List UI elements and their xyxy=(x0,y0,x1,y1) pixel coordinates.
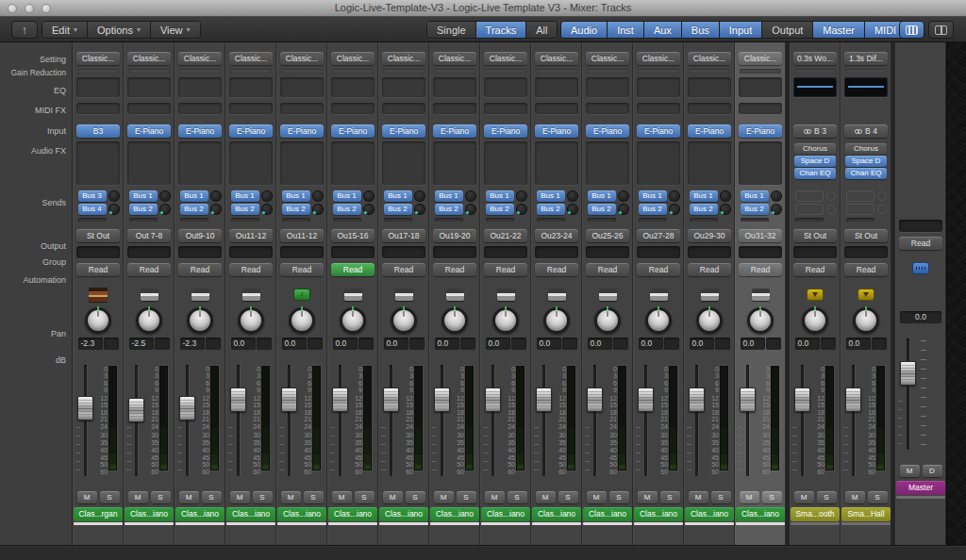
midi-fx-slot[interactable] xyxy=(739,103,782,114)
input-button[interactable]: E-Piano xyxy=(280,124,324,138)
audio-fx-space-d-button[interactable]: Space D xyxy=(794,156,836,167)
fader-handle[interactable] xyxy=(740,387,756,412)
mute-button[interactable]: M xyxy=(128,491,148,503)
eq-display[interactable] xyxy=(844,77,888,97)
filter-bus-button[interactable]: Bus xyxy=(682,22,720,38)
automation-mode-button[interactable]: Read xyxy=(280,263,324,276)
send-level-knob[interactable] xyxy=(466,191,475,201)
solo-button[interactable]: S xyxy=(508,491,527,503)
setting-button[interactable]: Classic... xyxy=(76,52,120,65)
eq-display[interactable] xyxy=(127,77,171,97)
input-button[interactable]: E-Piano xyxy=(586,124,629,138)
group-slot[interactable] xyxy=(76,246,120,258)
setting-button[interactable]: Classic... xyxy=(484,52,527,65)
setting-button[interactable]: Classic... xyxy=(688,52,731,65)
setting-button[interactable]: Classic... xyxy=(637,52,680,65)
midi-fx-slot[interactable] xyxy=(535,103,578,114)
setting-button[interactable]: 1.3s Dif... xyxy=(844,52,888,65)
pan-knob[interactable] xyxy=(340,307,366,334)
track-name-button[interactable]: Sma...ooth xyxy=(791,507,840,521)
audio-fx-space-d-button[interactable]: Space D xyxy=(845,156,887,167)
setting-button[interactable]: Classic... xyxy=(127,52,171,65)
fader-handle[interactable] xyxy=(638,387,654,412)
eq-display[interactable] xyxy=(229,77,273,97)
fader-handle[interactable] xyxy=(230,387,246,412)
track-name-button[interactable]: Sma...Hall xyxy=(841,507,891,521)
group-slot[interactable] xyxy=(178,246,222,258)
track-name-button[interactable]: Clas...iano xyxy=(277,507,326,521)
midi-fx-slot[interactable] xyxy=(331,103,375,114)
volume-db-value[interactable]: 0.0 xyxy=(537,338,561,350)
input-button[interactable]: E-Piano xyxy=(178,124,222,138)
send-bus-button[interactable]: Bus 2 xyxy=(639,204,667,215)
track-name-button[interactable]: Clas...rgan xyxy=(74,507,123,521)
output-button[interactable]: Ou31-32 xyxy=(739,229,782,242)
view-mode-tracks[interactable]: Tracks xyxy=(476,22,527,38)
setting-button[interactable]: Classic... xyxy=(229,52,273,65)
group-slot[interactable] xyxy=(739,246,782,258)
automation-mode-button[interactable]: Read xyxy=(688,263,731,276)
volume-db-value[interactable]: 0.0 xyxy=(231,338,256,350)
peak-db-display[interactable] xyxy=(409,338,425,350)
mute-button[interactable]: M xyxy=(230,491,250,503)
send-slot-stub[interactable] xyxy=(588,218,616,222)
audio-fx-area[interactable] xyxy=(76,141,120,185)
automation-mode-button[interactable]: Read xyxy=(586,263,629,276)
send-slot-stub[interactable] xyxy=(384,218,412,222)
solo-button[interactable]: S xyxy=(355,491,375,503)
volume-db-value[interactable]: -2.3 xyxy=(180,338,205,350)
setting-button[interactable]: Classic... xyxy=(739,52,782,65)
volume-db-value[interactable]: 0.0 xyxy=(486,338,510,350)
edit-menu[interactable]: Edit▾ xyxy=(42,22,88,38)
volume-db-value[interactable]: 0.0 xyxy=(741,338,765,350)
audio-fx-area[interactable] xyxy=(688,141,731,185)
track-name-button[interactable]: Clas...iano xyxy=(430,507,479,521)
setting-button[interactable]: Classic... xyxy=(433,52,476,65)
send-bus-button[interactable]: Bus 2 xyxy=(384,204,412,215)
pan-knob[interactable] xyxy=(85,307,111,334)
input-button[interactable]: E-Piano xyxy=(433,124,476,138)
mute-button[interactable]: M xyxy=(281,491,301,503)
solo-button[interactable]: S xyxy=(202,491,222,503)
track-name-button[interactable]: Clas...iano xyxy=(379,507,428,521)
automation-mode-button[interactable]: Read xyxy=(127,263,171,276)
automation-mode-button[interactable]: Read xyxy=(331,263,375,276)
send-slot-stub[interactable] xyxy=(639,218,667,222)
automation-mode-button[interactable]: Read xyxy=(178,263,222,276)
send-bus-button[interactable]: Bus 1 xyxy=(588,190,616,202)
empty-send-slot[interactable] xyxy=(846,204,874,215)
send-slot-stub[interactable] xyxy=(537,218,565,222)
fader-handle[interactable] xyxy=(536,387,552,412)
audio-fx-area[interactable]: ChorusSpace DChan EQ xyxy=(844,141,888,185)
group-slot[interactable] xyxy=(229,246,273,258)
send-level-knob[interactable] xyxy=(364,191,374,201)
send-level-knob[interactable] xyxy=(517,191,526,201)
mute-button[interactable]: M xyxy=(536,491,556,503)
pan-knob[interactable] xyxy=(238,307,264,334)
eq-display[interactable] xyxy=(739,77,782,97)
peak-db-display[interactable] xyxy=(308,338,323,350)
send-level-knob[interactable] xyxy=(262,191,272,201)
midi-fx-slot[interactable] xyxy=(433,103,476,114)
setting-button[interactable]: Classic... xyxy=(178,52,222,65)
midi-fx-slot[interactable] xyxy=(688,103,731,114)
send-level-knob[interactable] xyxy=(211,205,221,214)
send-slot-stub[interactable] xyxy=(231,218,259,222)
audio-fx-area[interactable] xyxy=(229,141,273,185)
send-bus-button[interactable]: Bus 1 xyxy=(180,190,208,202)
group-slot[interactable] xyxy=(484,246,527,258)
empty-send-slot[interactable] xyxy=(795,204,824,215)
send-level-knob[interactable] xyxy=(262,205,272,214)
send-bus-button[interactable]: Bus 2 xyxy=(231,204,259,215)
volume-db-value[interactable]: 0.0 xyxy=(282,338,307,350)
group-slot[interactable] xyxy=(844,246,888,258)
mute-button[interactable]: M xyxy=(740,491,759,503)
audio-fx-chan-eq-button[interactable]: Chan EQ xyxy=(794,168,836,179)
send-bus-button[interactable]: Bus 1 xyxy=(537,190,565,202)
send-bus-button[interactable]: Bus 2 xyxy=(435,204,463,215)
audio-fx-area[interactable] xyxy=(433,141,476,185)
send-level-knob[interactable] xyxy=(415,205,425,214)
automation-mode-button[interactable]: Read xyxy=(433,263,476,276)
send-level-knob[interactable] xyxy=(211,191,221,201)
output-button[interactable]: St Out xyxy=(844,229,888,242)
